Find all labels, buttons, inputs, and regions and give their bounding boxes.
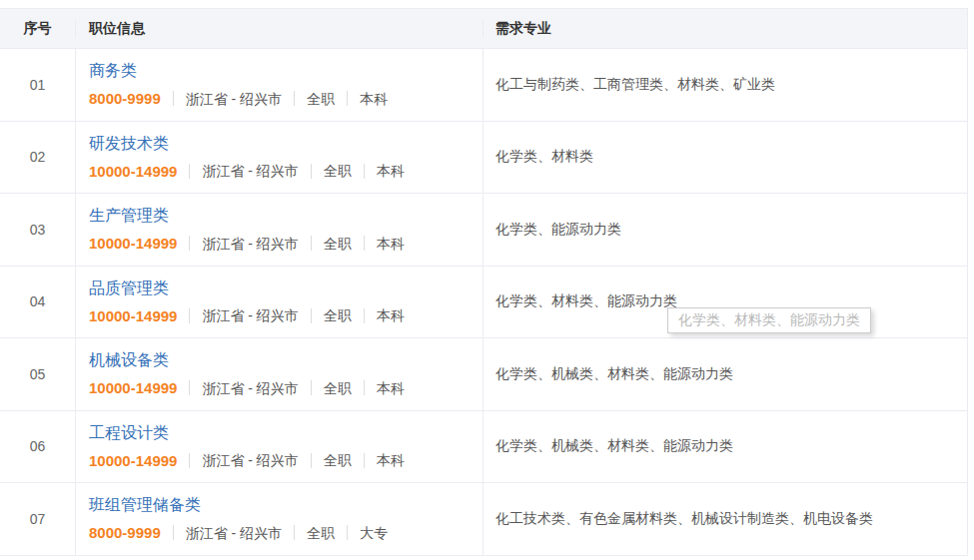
separator-bar — [311, 453, 312, 468]
row-index: 03 — [0, 194, 75, 266]
row-index: 07 — [0, 483, 75, 555]
job-type: 全职 — [324, 381, 352, 395]
education-requirement: 本科 — [377, 237, 405, 251]
row-index: 05 — [0, 338, 75, 410]
column-header-index: 序号 — [0, 20, 75, 38]
majors-cell: 化学类、能源动力类 — [483, 194, 967, 266]
table-body: 01 商务类 8000-9999 浙江省 - 绍兴市 全职 本科 化工与制药类、… — [0, 48, 967, 555]
education-requirement: 本科 — [360, 92, 388, 106]
job-info-cell: 工程设计类 10000-14999 浙江省 - 绍兴市 全职 本科 — [75, 411, 483, 483]
job-type: 全职 — [324, 453, 352, 467]
education-requirement: 大专 — [360, 526, 388, 540]
job-type: 全职 — [307, 92, 335, 106]
job-type: 全职 — [324, 164, 352, 178]
job-location: 浙江省 - 绍兴市 — [202, 381, 298, 395]
job-info-cell: 研发技术类 10000-14999 浙江省 - 绍兴市 全职 本科 — [75, 122, 483, 194]
job-type: 全职 — [324, 308, 352, 322]
row-index: 01 — [0, 49, 75, 121]
majors-cell: 化学类、材料类 — [483, 122, 967, 194]
job-type: 全职 — [307, 526, 335, 540]
majors-text: 化学类、材料类 — [495, 148, 593, 166]
job-title-link[interactable]: 工程设计类 — [89, 425, 169, 441]
job-meta: 8000-9999 浙江省 - 绍兴市 全职 本科 — [89, 91, 483, 106]
job-title-link[interactable]: 品质管理类 — [89, 280, 169, 296]
separator-bar — [311, 308, 312, 323]
table-row: 07 班组管理储备类 8000-9999 浙江省 - 绍兴市 全职 大专 化工技… — [0, 482, 967, 555]
separator-bar — [364, 164, 365, 179]
majors-text: 化学类、机械类、材料类、能源动力类 — [495, 437, 733, 455]
salary-range: 8000-9999 — [89, 525, 161, 540]
salary-range: 8000-9999 — [89, 91, 161, 106]
job-location: 浙江省 - 绍兴市 — [186, 526, 282, 540]
separator-bar — [173, 525, 174, 540]
separator-bar — [189, 453, 190, 468]
salary-range: 10000-14999 — [89, 308, 177, 323]
separator-bar — [189, 164, 190, 179]
separator-bar — [294, 525, 295, 540]
job-info-cell: 生产管理类 10000-14999 浙江省 - 绍兴市 全职 本科 — [75, 194, 483, 266]
column-header-majors: 需求专业 — [483, 20, 967, 38]
education-requirement: 本科 — [377, 308, 405, 322]
table-row: 01 商务类 8000-9999 浙江省 - 绍兴市 全职 本科 化工与制药类、… — [0, 48, 967, 121]
education-requirement: 本科 — [377, 381, 405, 395]
separator-bar — [364, 453, 365, 468]
job-info-cell: 班组管理储备类 8000-9999 浙江省 - 绍兴市 全职 大专 — [75, 483, 483, 555]
job-meta: 10000-14999 浙江省 - 绍兴市 全职 本科 — [89, 308, 483, 323]
job-title-link[interactable]: 班组管理储备类 — [89, 497, 201, 513]
separator-bar — [189, 308, 190, 323]
job-meta: 10000-14999 浙江省 - 绍兴市 全职 本科 — [89, 236, 483, 251]
table-header-row: 序号 职位信息 需求专业 — [0, 9, 967, 48]
separator-bar — [347, 525, 348, 540]
job-location: 浙江省 - 绍兴市 — [186, 92, 282, 106]
separator-bar — [347, 91, 348, 106]
job-location: 浙江省 - 绍兴市 — [202, 308, 298, 322]
separator-bar — [311, 236, 312, 251]
separator-bar — [364, 308, 365, 323]
job-title-link[interactable]: 机械设备类 — [89, 352, 169, 368]
job-positions-table: 序号 职位信息 需求专业 01 商务类 8000-9999 浙江省 - 绍兴市 … — [0, 8, 968, 556]
salary-range: 10000-14999 — [89, 236, 177, 251]
education-requirement: 本科 — [377, 164, 405, 178]
salary-range: 10000-14999 — [89, 380, 177, 395]
job-title-link[interactable]: 商务类 — [89, 63, 137, 79]
majors-text: 化学类、机械类、材料类、能源动力类 — [495, 365, 733, 383]
majors-text: 化学类、能源动力类 — [495, 221, 621, 239]
job-info-cell: 机械设备类 10000-14999 浙江省 - 绍兴市 全职 本科 — [75, 338, 483, 410]
salary-range: 10000-14999 — [89, 164, 177, 179]
job-location: 浙江省 - 绍兴市 — [202, 164, 298, 178]
separator-bar — [364, 380, 365, 395]
separator-bar — [189, 236, 190, 251]
separator-bar — [173, 91, 174, 106]
row-index: 04 — [0, 267, 75, 338]
separator-bar — [294, 91, 295, 106]
majors-tooltip: 化学类、材料类、能源动力类 — [667, 307, 871, 333]
education-requirement: 本科 — [377, 453, 405, 467]
row-index: 02 — [0, 122, 75, 194]
separator-bar — [311, 164, 312, 179]
majors-text: 化工与制药类、工商管理类、材料类、矿业类 — [495, 76, 775, 94]
majors-cell: 化工与制药类、工商管理类、材料类、矿业类 — [483, 49, 967, 121]
separator-bar — [189, 380, 190, 395]
job-meta: 10000-14999 浙江省 - 绍兴市 全职 本科 — [89, 453, 483, 468]
job-info-cell: 商务类 8000-9999 浙江省 - 绍兴市 全职 本科 — [75, 49, 483, 121]
separator-bar — [364, 236, 365, 251]
table-row: 02 研发技术类 10000-14999 浙江省 - 绍兴市 全职 本科 化学类… — [0, 121, 967, 194]
job-info-cell: 品质管理类 10000-14999 浙江省 - 绍兴市 全职 本科 — [75, 267, 483, 338]
job-meta: 10000-14999 浙江省 - 绍兴市 全职 本科 — [89, 164, 483, 179]
table-row: 06 工程设计类 10000-14999 浙江省 - 绍兴市 全职 本科 化学类… — [0, 410, 967, 483]
separator-bar — [311, 380, 312, 395]
column-header-job-info: 职位信息 — [75, 20, 483, 38]
job-title-link[interactable]: 生产管理类 — [89, 208, 169, 224]
salary-range: 10000-14999 — [89, 453, 177, 468]
majors-text: 化工技术类、有色金属材料类、机械设计制造类、机电设备类 — [495, 510, 873, 528]
job-location: 浙江省 - 绍兴市 — [202, 237, 298, 251]
job-location: 浙江省 - 绍兴市 — [202, 453, 298, 467]
majors-cell: 化学类、机械类、材料类、能源动力类 — [483, 411, 967, 483]
majors-text: 化学类、材料类、能源动力类 — [495, 292, 677, 310]
job-title-link[interactable]: 研发技术类 — [89, 136, 169, 152]
majors-cell: 化工技术类、有色金属材料类、机械设计制造类、机电设备类 — [483, 483, 967, 555]
majors-cell: 化学类、机械类、材料类、能源动力类 — [483, 338, 967, 410]
table-row: 05 机械设备类 10000-14999 浙江省 - 绍兴市 全职 本科 化学类… — [0, 337, 967, 410]
job-type: 全职 — [324, 237, 352, 251]
table-row: 03 生产管理类 10000-14999 浙江省 - 绍兴市 全职 本科 化学类… — [0, 193, 967, 266]
